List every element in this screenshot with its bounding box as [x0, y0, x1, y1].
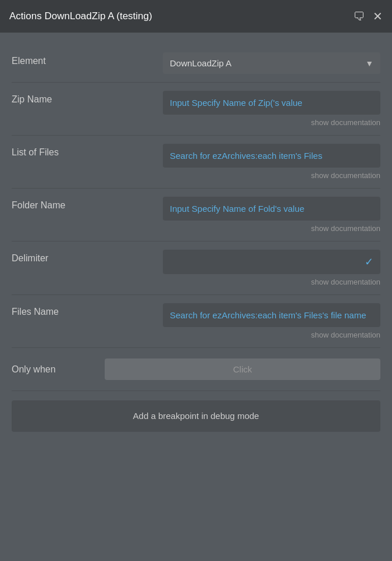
list-of-files-show-doc[interactable]: show documentation	[163, 171, 380, 180]
delimiter-checkbox[interactable]: ✓	[163, 250, 380, 274]
files-name-show-doc[interactable]: show documentation	[163, 331, 380, 339]
delimiter-row: Delimiter ✓ show documentation	[12, 242, 380, 295]
files-name-control: Search for ezArchives:each item's Files'…	[163, 303, 380, 339]
delimiter-label: Delimiter	[12, 250, 163, 264]
main-content: Element DownLoadZip A ▼ Zip Name Input S…	[0, 33, 392, 348]
folder-name-show-doc[interactable]: show documentation	[163, 224, 380, 233]
only-when-label: Only when	[12, 364, 105, 375]
element-label: Element	[12, 52, 163, 66]
files-name-value[interactable]: Search for ezArchives:each item's Files'…	[163, 303, 380, 327]
title-bar-title: Actions DownLoadZip A (testing)	[9, 10, 152, 22]
chat-icon[interactable]: 🗨	[353, 10, 365, 23]
folder-name-value[interactable]: Input Specify Name of Fold's value	[163, 197, 380, 221]
zip-name-label: Zip Name	[12, 91, 163, 105]
element-control: DownLoadZip A ▼	[163, 52, 380, 74]
delimiter-control: ✓ show documentation	[163, 250, 380, 286]
only-when-click-button[interactable]: Click	[105, 358, 380, 380]
list-of-files-value[interactable]: Search for ezArchives:each item's Files	[163, 144, 380, 168]
folder-name-row: Folder Name Input Specify Name of Fold's…	[12, 189, 380, 242]
checkmark-icon: ✓	[365, 255, 373, 268]
close-icon[interactable]: ✕	[373, 9, 383, 23]
folder-name-control: Input Specify Name of Fold's value show …	[163, 197, 380, 233]
list-of-files-row: List of Files Search for ezArchives:each…	[12, 136, 380, 189]
zip-name-show-doc[interactable]: show documentation	[163, 118, 380, 127]
zip-name-control: Input Specify Name of Zip('s value show …	[163, 91, 380, 127]
bottom-section: Only when Click Add a breakpoint in debu…	[0, 348, 392, 443]
zip-name-row: Zip Name Input Specify Name of Zip('s va…	[12, 83, 380, 136]
breakpoint-row[interactable]: Add a breakpoint in debug mode	[12, 400, 380, 432]
files-name-label: Files Name	[12, 303, 163, 317]
only-when-row: Only when Click	[12, 348, 380, 391]
delimiter-show-doc[interactable]: show documentation	[163, 278, 380, 286]
files-name-row: Files Name Search for ezArchives:each it…	[12, 295, 380, 348]
zip-name-value[interactable]: Input Specify Name of Zip('s value	[163, 91, 380, 115]
element-row: Element DownLoadZip A ▼	[12, 44, 380, 83]
folder-name-label: Folder Name	[12, 197, 163, 211]
title-bar: Actions DownLoadZip A (testing) 🗨 ✕	[0, 0, 392, 33]
element-dropdown-value: DownLoadZip A	[170, 58, 231, 68]
dropdown-arrow-icon: ▼	[365, 59, 373, 68]
list-of-files-control: Search for ezArchives:each item's Files …	[163, 144, 380, 180]
breakpoint-label: Add a breakpoint in debug mode	[133, 411, 259, 421]
element-dropdown[interactable]: DownLoadZip A ▼	[163, 52, 380, 74]
title-bar-actions: 🗨 ✕	[353, 9, 383, 23]
list-of-files-label: List of Files	[12, 144, 163, 158]
